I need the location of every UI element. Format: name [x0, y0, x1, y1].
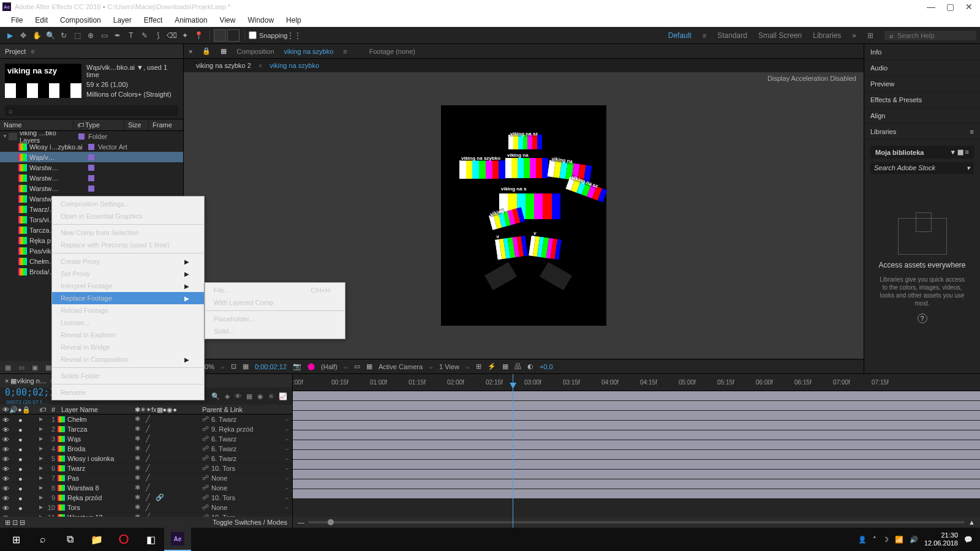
help-search-input[interactable]: [897, 32, 971, 39]
hand-tool-icon[interactable]: ✋: [31, 29, 43, 42]
viewer-timecode[interactable]: 0;00;02;12: [255, 363, 287, 370]
task-view-button[interactable]: ⧉: [56, 528, 83, 551]
fill-swatch[interactable]: [214, 29, 226, 42]
menu-composition[interactable]: Composition: [55, 15, 106, 26]
layer-row[interactable]: 👁●▶5Włosy i osłonka✱ ╱☍6. Twarz⌵: [0, 454, 292, 463]
menu-view[interactable]: View: [215, 15, 241, 26]
info-icon[interactable]: ?: [918, 313, 927, 323]
roto-tool-icon[interactable]: ✦: [179, 29, 191, 42]
track-bar[interactable]: [293, 479, 980, 489]
tree-row[interactable]: Warstw…: [0, 162, 183, 173]
menu-item[interactable]: Rename: [52, 386, 204, 399]
menu-item[interactable]: Solids Folder: [52, 370, 204, 382]
grid-icon[interactable]: ▦: [243, 362, 249, 370]
brush-tool-icon[interactable]: ✎: [138, 29, 151, 42]
track-bar[interactable]: [293, 440, 980, 450]
lock-icon[interactable]: 🔒: [202, 47, 211, 55]
track-bar[interactable]: [293, 401, 980, 411]
layer-row[interactable]: 👁●▶3Wąs✱ ╱☍6. Twarz⌵: [0, 434, 292, 444]
track-bar[interactable]: [293, 450, 980, 460]
menu-help[interactable]: Help: [281, 15, 306, 26]
help-search[interactable]: ⌕: [884, 31, 976, 40]
layer-row[interactable]: 👁●▶1Chełm✱ ╱☍6. Twarz⌵: [0, 414, 292, 424]
layer-row[interactable]: 👁●▶11Warstwa 12✱ ╱☍10. Tors⌵: [0, 512, 292, 517]
menu-item[interactable]: Replace Footage▶: [52, 292, 204, 304]
snapping-checkbox[interactable]: Snapping: [249, 31, 288, 39]
tree-row[interactable]: Warstw…: [0, 183, 183, 193]
frame-blend-icon[interactable]: ◉: [257, 392, 263, 400]
new-folder-icon[interactable]: ▣: [31, 363, 39, 372]
layer-row[interactable]: 👁●▶10Tors✱ ╱☍None⌵: [0, 503, 292, 512]
clone-tool-icon[interactable]: ⟆: [152, 29, 164, 42]
library-selector[interactable]: Moja biblioteka▾ ▦ ≡: [870, 146, 974, 159]
timeline-playhead[interactable]: [513, 374, 513, 528]
context-submenu-replace-footage[interactable]: File...Ctrl+HWith Layered CompPlaceholde…: [205, 282, 345, 339]
resolution-dropdown[interactable]: (Half): [321, 363, 337, 370]
after-effects-taskbar-icon[interactable]: Ae: [164, 528, 191, 551]
workspace-default[interactable]: Default: [668, 31, 692, 40]
search-button[interactable]: ⌕: [29, 528, 56, 551]
comp-mini-icon[interactable]: ◈: [225, 392, 230, 400]
libraries-panel-header[interactable]: Libraries≡: [864, 124, 980, 140]
channel-icon[interactable]: ⬤: [307, 362, 315, 370]
transparency-icon[interactable]: ▦: [366, 362, 372, 370]
explorer-icon[interactable]: 📁: [83, 528, 110, 551]
crumb-item-active[interactable]: viking na szybko: [270, 62, 319, 69]
menu-item[interactable]: Open in Essential Graphics: [52, 210, 204, 222]
menu-item[interactable]: Reveal in Composition▶: [52, 353, 204, 365]
layer-row[interactable]: 👁●▶6Twarz✱ ╱☍10. Tors⌵: [0, 463, 292, 473]
layer-row[interactable]: 👁●▶2Tarcza✱ ╱☍9. Ręka przód⌵: [0, 424, 292, 434]
track-bar[interactable]: [293, 430, 980, 440]
toggle-switches-label[interactable]: Toggle Switches / Modes: [213, 519, 287, 526]
search-icon[interactable]: 🔍: [211, 392, 220, 400]
maximize-button[interactable]: ▢: [946, 2, 954, 12]
app-icon-1[interactable]: ◧: [137, 528, 164, 551]
track-bar[interactable]: [293, 421, 980, 430]
track-bar[interactable]: [293, 470, 980, 479]
menu-edit[interactable]: Edit: [30, 15, 53, 26]
close-button[interactable]: ✕: [965, 2, 973, 12]
menu-item[interactable]: New Comp from Selection: [52, 227, 204, 239]
panel-effects-&-presets[interactable]: Effects & Presets: [864, 92, 980, 108]
motion-blur-icon[interactable]: ※: [268, 392, 274, 400]
zoom-tool-icon[interactable]: 🔍: [44, 29, 56, 42]
comp-flowchart-icon[interactable]: 品: [514, 362, 521, 371]
rotation-tool-icon[interactable]: ↻: [58, 29, 70, 42]
tray-up-icon[interactable]: ˄: [873, 536, 876, 544]
menu-window[interactable]: Window: [243, 15, 279, 26]
panel-preview[interactable]: Preview: [864, 76, 980, 92]
minimize-button[interactable]: —: [927, 2, 935, 12]
snapshot-icon[interactable]: 📷: [293, 362, 301, 370]
workspace-standard[interactable]: Standard: [717, 31, 747, 40]
pan-behind-tool-icon[interactable]: ⊕: [85, 29, 97, 42]
timeline-icon[interactable]: ▦: [502, 362, 508, 370]
people-icon[interactable]: 👤: [858, 536, 867, 544]
crumb-item[interactable]: viking na szybko 2: [196, 62, 251, 69]
night-light-icon[interactable]: ☽: [883, 536, 889, 544]
menu-effect[interactable]: Effect: [139, 15, 167, 26]
panel-align[interactable]: Align: [864, 108, 980, 124]
eraser-tool-icon[interactable]: ⌫: [165, 29, 178, 42]
network-icon[interactable]: 📶: [895, 536, 903, 544]
selection-tool-icon[interactable]: ✥: [17, 29, 29, 42]
stroke-swatch[interactable]: [227, 29, 239, 42]
workspace-more-icon[interactable]: »: [852, 31, 856, 40]
track-bar[interactable]: [293, 391, 980, 401]
panel-info[interactable]: Info: [864, 44, 980, 60]
layer-row[interactable]: 👁●▶8Warstwa 8✱ ╱☍None⌵: [0, 483, 292, 493]
graph-editor-icon[interactable]: 📈: [279, 392, 287, 400]
volume-icon[interactable]: 🔊: [910, 536, 918, 544]
project-panel-tab[interactable]: Project≡: [0, 44, 183, 59]
track-bar[interactable]: [293, 489, 980, 499]
view-count-dropdown[interactable]: 1 View: [439, 363, 459, 370]
home-icon[interactable]: ▶: [4, 29, 16, 42]
opera-icon[interactable]: O: [110, 528, 137, 551]
menu-item[interactable]: Reveal in Bridge: [52, 341, 204, 353]
menu-animation[interactable]: Animation: [170, 15, 212, 26]
context-menu-project[interactable]: Composition Settings...Open in Essential…: [51, 196, 205, 400]
menu-file[interactable]: File: [6, 15, 28, 26]
zoom-in-icon[interactable]: ▲: [968, 519, 975, 526]
res-full-icon[interactable]: ⊡: [231, 362, 236, 370]
workspace-reset-icon[interactable]: ⊞: [867, 31, 873, 40]
type-tool-icon[interactable]: T: [125, 29, 137, 42]
